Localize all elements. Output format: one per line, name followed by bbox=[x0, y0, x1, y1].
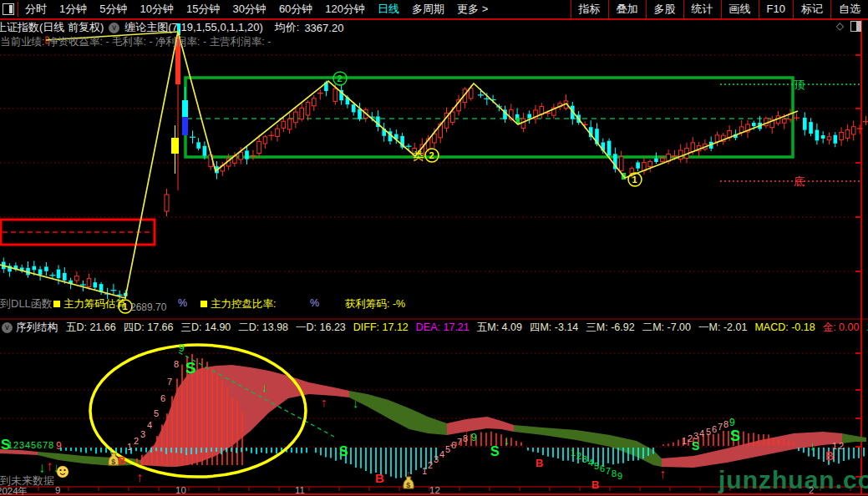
menu-item-F10[interactable]: F10 bbox=[759, 0, 793, 18]
menu-item-5分钟[interactable]: 5分钟 bbox=[99, 2, 127, 17]
menu-item-更多 >[interactable]: 更多 > bbox=[457, 2, 488, 17]
annotation-2: 2 bbox=[428, 460, 433, 470]
circled-marker-1: 1 bbox=[632, 175, 637, 185]
menu-item-指标[interactable]: 指标 bbox=[571, 0, 608, 18]
field-金:: 金: 0.00 bbox=[823, 321, 860, 333]
chevron-circle-icon[interactable]: ˅ bbox=[2, 322, 13, 333]
field-五M:: 五M: 4.09 bbox=[477, 321, 522, 333]
field-五D:: 五D: 21.66 bbox=[66, 321, 116, 333]
axis-month-12: 12 bbox=[429, 485, 440, 495]
annotation-4: 4 bbox=[147, 420, 152, 430]
menu-item-1分钟[interactable]: 1分钟 bbox=[59, 2, 87, 17]
indicator-name[interactable]: 序列结构 bbox=[16, 321, 58, 335]
annotation-4: 4 bbox=[25, 440, 30, 450]
annotation-5: 5 bbox=[31, 440, 36, 450]
annotation-7: 7 bbox=[718, 422, 723, 432]
menu-item-日线[interactable]: 日线 bbox=[378, 2, 399, 17]
circled-marker-2: 2 bbox=[429, 150, 434, 160]
avg-price-value: 3367.20 bbox=[304, 22, 343, 34]
annotation-5: 5 bbox=[706, 427, 711, 437]
sequence-indicator-row: ˅ 序列结构 五D: 21.66四D: 17.66三D: 14.90二D: 13… bbox=[0, 321, 868, 334]
chart-canvas[interactable]: 2类211顶底2689.70S123456789↓↑↓$B↑123456789S… bbox=[0, 0, 868, 496]
annotation-3: 3 bbox=[434, 454, 439, 464]
annotation-S: S bbox=[185, 359, 196, 377]
menu-item-画线[interactable]: 画线 bbox=[721, 0, 759, 18]
annotation-8: 8 bbox=[48, 440, 53, 450]
menu-item-分时[interactable]: 分时 bbox=[25, 2, 47, 17]
annotation-2: 2 bbox=[576, 451, 581, 461]
annotation-S: S bbox=[692, 439, 699, 453]
annotation-9: 9 bbox=[617, 471, 622, 481]
annotation-6: 6 bbox=[451, 440, 456, 450]
annotation-9: 9 bbox=[471, 432, 477, 443]
menu-item-60分钟[interactable]: 60分钟 bbox=[279, 2, 312, 17]
annotation-1: 1 bbox=[127, 442, 132, 452]
menu-item-多周期[interactable]: 多周期 bbox=[412, 2, 444, 17]
annotation-2689.70: 2689.70 bbox=[130, 301, 167, 313]
tools-menu: 指标叠加多股统计画线F10标记自选 bbox=[571, 0, 868, 18]
annotation-↑: ↑ bbox=[321, 395, 327, 409]
annotation-↑: ↑ bbox=[136, 470, 143, 484]
menu-item-10分钟[interactable]: 10分钟 bbox=[140, 2, 173, 17]
split-window-icon[interactable] bbox=[850, 21, 861, 32]
annotation-底: 底 bbox=[794, 175, 805, 188]
annotation-4: 4 bbox=[699, 428, 704, 438]
annotation-6: 6 bbox=[712, 424, 717, 434]
annotation-7: 7 bbox=[606, 466, 611, 476]
annotation-4: 4 bbox=[588, 458, 593, 468]
title-row: 上证指数(日线 前复权) ˅ 缠论主图(7,19,1,55,0,1,1,20) … bbox=[0, 20, 343, 35]
menu-item-标记[interactable]: 标记 bbox=[793, 0, 830, 18]
annotation-S: S bbox=[490, 444, 500, 458]
fundamentals-row: 当前业绩: 净资收益率: - 毛利率: - 净利润率: - 主营利润率: - bbox=[0, 35, 271, 49]
annotation-↑: ↑ bbox=[46, 458, 53, 474]
annotation-1: 1 bbox=[571, 448, 576, 458]
period-menu: 分时1分钟5分钟10分钟15分钟30分钟60分钟120分钟日线多周期更多 > bbox=[25, 0, 488, 18]
menu-item-120分钟[interactable]: 120分钟 bbox=[325, 2, 365, 17]
diamond-icon[interactable]: ◇ bbox=[836, 20, 844, 32]
annotation-↓: ↓ bbox=[504, 433, 510, 447]
axis-month-10: 10 bbox=[175, 485, 186, 495]
annotation-8: 8 bbox=[174, 359, 179, 369]
chip-主力控盘比率:: 主力控盘比率: bbox=[201, 297, 276, 311]
annotation-4: 4 bbox=[439, 449, 444, 459]
menu-item-叠加[interactable]: 叠加 bbox=[608, 0, 646, 18]
annotation-S: S bbox=[730, 428, 740, 444]
field-MACD:: MACD: -0.18 bbox=[754, 321, 815, 333]
annotation-↓: ↓ bbox=[353, 396, 359, 410]
menu-item-30分钟[interactable]: 30分钟 bbox=[232, 2, 266, 17]
window-icon[interactable] bbox=[3, 3, 14, 15]
annotation-6: 6 bbox=[600, 463, 605, 473]
annotation-↓: ↓ bbox=[261, 380, 268, 394]
annotation-7: 7 bbox=[43, 440, 48, 450]
annotation-B: B bbox=[118, 454, 125, 467]
menu-item-统计[interactable]: 统计 bbox=[683, 0, 721, 18]
top-menu-bar: 分时1分钟5分钟10分钟15分钟30分钟60分钟120分钟日线多周期更多 > 指… bbox=[0, 0, 868, 20]
annotation-类: 类 bbox=[413, 149, 424, 162]
corner-icons: ◇ bbox=[836, 20, 861, 32]
annotation-1: 1 bbox=[832, 441, 837, 451]
axis-month-2: 2 bbox=[809, 485, 814, 495]
annotation-B: B bbox=[536, 457, 543, 469]
moneybag-icon: $ bbox=[406, 481, 410, 489]
annotation-S: S bbox=[339, 444, 348, 458]
annotation-2: 2 bbox=[13, 440, 18, 450]
menu-item-多股[interactable]: 多股 bbox=[646, 0, 683, 18]
chevron-down-icon[interactable]: ˅ bbox=[109, 23, 119, 33]
annotation-8: 8 bbox=[612, 468, 617, 478]
menu-item-自选[interactable]: 自选 bbox=[830, 0, 868, 18]
dll-notice: 到DLL函数 bbox=[0, 296, 53, 311]
chip-%: % bbox=[178, 297, 187, 309]
axis-month-9: 9 bbox=[55, 485, 60, 495]
field-四M:: 四M: -3.14 bbox=[530, 321, 578, 333]
watermark: junzhuan.com bbox=[718, 466, 868, 494]
avg-price-label: 均价: bbox=[275, 20, 300, 35]
indicator-values: 五D: 21.66四D: 17.66三D: 14.90二D: 13.98一D: … bbox=[66, 321, 868, 335]
moneybag-icon: $ bbox=[111, 458, 115, 466]
menu-item-15分钟[interactable]: 15分钟 bbox=[186, 2, 220, 17]
circled-marker-2: 2 bbox=[338, 73, 343, 84]
chip-%: % bbox=[310, 297, 319, 309]
indicator-title[interactable]: 缠论主图(7,19,1,55,0,1,1,20) bbox=[124, 20, 262, 35]
annotation-3: 3 bbox=[140, 429, 145, 439]
annotation-2: 2 bbox=[134, 436, 139, 446]
field-四D:: 四D: 17.66 bbox=[124, 321, 174, 333]
